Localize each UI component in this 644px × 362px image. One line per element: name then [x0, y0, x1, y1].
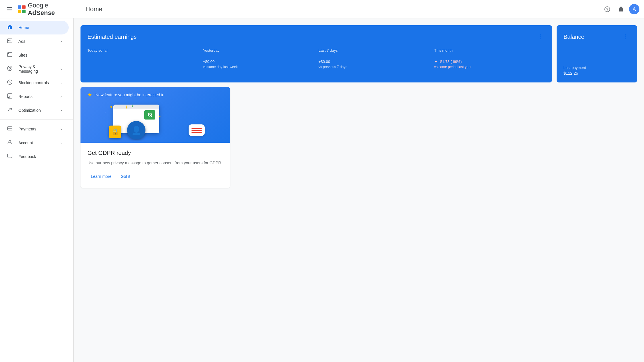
earnings-col-month-header: This month	[434, 48, 545, 53]
earnings-more-button[interactable]: ⋮	[536, 32, 545, 41]
sidebar-item-sites[interactable]: Sites	[0, 48, 69, 62]
earnings-col-7days-change: vs previous 7 days	[319, 65, 430, 69]
svg-rect-11	[10, 40, 11, 41]
earnings-card-title: Estimated earnings	[87, 34, 137, 40]
earnings-card-header: Estimated earnings ⋮	[87, 32, 545, 41]
header-left: Google AdSense Home	[5, 2, 102, 17]
svg-rect-24	[11, 95, 11, 98]
bell-icon	[618, 6, 624, 12]
sidebar-label-feedback: Feedback	[18, 154, 36, 159]
home-icon	[7, 24, 13, 31]
svg-rect-0	[7, 7, 12, 8]
ads-expand-icon: ›	[60, 39, 62, 44]
account-icon	[7, 139, 13, 147]
earnings-card: Estimated earnings ⋮ Today so far Yester…	[80, 25, 552, 82]
sidebar-item-privacy-messaging[interactable]: Privacy & messaging ›	[0, 62, 69, 76]
sidebar-item-account[interactable]: Account ›	[0, 136, 69, 150]
earnings-col-yesterday: Yesterday +$0.00 vs same day last week	[203, 48, 314, 69]
google-logo-icon	[18, 5, 26, 14]
balance-last-payment-label: Last payment	[564, 66, 630, 70]
app-body: Home Ads › Sites Privacy & messaging ›	[0, 18, 644, 362]
feature-banner: ★ New feature you might be interested in…	[80, 87, 230, 143]
sidebar-item-reports[interactable]: Reports ›	[0, 90, 69, 103]
earnings-col-yesterday-change: vs same day last week	[203, 65, 314, 69]
sidebar-label-reports: Reports	[18, 94, 32, 99]
account-expand-icon: ›	[60, 140, 62, 145]
svg-rect-26	[7, 128, 12, 129]
sidebar-item-optimization[interactable]: Optimization ›	[0, 103, 69, 117]
earnings-col-today-header: Today so far	[87, 48, 198, 53]
sidebar-item-home[interactable]: Home	[0, 21, 69, 34]
got-it-button[interactable]: Got it	[117, 172, 134, 181]
reports-icon	[7, 93, 13, 100]
balance-more-button[interactable]: ⋮	[621, 32, 630, 41]
reports-expand-icon: ›	[60, 94, 62, 99]
sidebar-label-account: Account	[18, 140, 33, 145]
sidebar-item-ads[interactable]: Ads ›	[0, 34, 69, 48]
sidebar-item-blocking-controls[interactable]: Blocking controls ›	[0, 76, 69, 90]
earnings-col-yesterday-header: Yesterday	[203, 48, 314, 53]
svg-rect-13	[7, 53, 12, 57]
blocking-icon	[7, 79, 13, 86]
feedback-icon	[7, 153, 13, 160]
svg-line-20	[8, 80, 12, 84]
illus-image-placeholder: 🖼	[144, 110, 155, 120]
earnings-col-7days-value: +$0.00	[319, 59, 430, 64]
balance-card: Balance ⋮ Last payment $112.26	[557, 25, 637, 82]
help-icon: ?	[604, 6, 610, 12]
svg-rect-5	[18, 9, 21, 13]
sidebar-item-feedback[interactable]: Feedback	[0, 150, 69, 163]
logo-text: Google AdSense	[28, 2, 69, 17]
illus-chat-line-1	[191, 128, 202, 129]
illus-browser-bar	[113, 105, 159, 109]
sidebar-label-ads: Ads	[18, 39, 25, 44]
privacy-expand-icon: ›	[60, 67, 62, 71]
sidebar-label-payments: Payments	[18, 127, 36, 131]
svg-rect-12	[10, 41, 11, 41]
header-actions: ? A	[601, 3, 639, 15]
svg-rect-14	[7, 54, 12, 54]
logo: Google AdSense	[18, 2, 69, 17]
confetti-4	[105, 112, 106, 113]
balance-card-header: Balance ⋮	[564, 32, 630, 41]
feature-banner-label: New feature you might be interested in	[95, 93, 164, 97]
svg-rect-3	[18, 5, 21, 9]
svg-point-17	[7, 66, 12, 71]
app-header: Google AdSense Home ? A	[0, 0, 644, 18]
notifications-button[interactable]	[615, 3, 627, 15]
optimization-expand-icon: ›	[60, 108, 62, 113]
help-button[interactable]: ?	[601, 3, 613, 15]
page-title: Home	[85, 5, 102, 13]
privacy-icon	[7, 66, 13, 73]
main-content: Estimated earnings ⋮ Today so far Yester…	[74, 18, 644, 362]
illus-chat-line-2	[191, 130, 202, 131]
earnings-col-month-change: vs same period last year	[434, 65, 545, 69]
learn-more-button[interactable]: Learn more	[87, 172, 115, 181]
sidebar-label-privacy: Privacy & messaging	[18, 64, 55, 74]
svg-rect-1	[7, 9, 12, 9]
svg-rect-9	[7, 39, 12, 43]
feature-card: ★ New feature you might be interested in…	[80, 87, 230, 188]
svg-rect-6	[22, 9, 26, 13]
sidebar: Home Ads › Sites Privacy & messaging ›	[0, 18, 74, 362]
earnings-col-today: Today so far	[87, 48, 198, 69]
earnings-col-month: This month ▼ -$1.73 (-99%) vs same perio…	[434, 48, 545, 69]
menu-button[interactable]	[5, 3, 14, 15]
feature-title: Get GDPR ready	[87, 150, 223, 156]
confetti-1	[110, 106, 112, 108]
blocking-expand-icon: ›	[60, 80, 62, 85]
illus-chat	[189, 124, 205, 136]
svg-rect-2	[7, 11, 12, 11]
feature-illustration: 🖼 🔒 👤	[87, 100, 223, 140]
sidebar-item-payments[interactable]: Payments ›	[0, 122, 69, 136]
header-divider	[77, 5, 77, 14]
balance-last-payment-value: $112.26	[564, 71, 630, 76]
svg-text:?: ?	[606, 7, 608, 11]
star-icon: ★	[87, 92, 92, 98]
earnings-columns: Today so far Yesterday +$0.00 vs same da…	[87, 48, 545, 69]
account-avatar[interactable]: A	[629, 4, 639, 14]
optimization-icon	[7, 107, 13, 114]
earnings-col-7days-header: Last 7 days	[319, 48, 430, 53]
svg-rect-22	[8, 97, 9, 98]
sidebar-label-sites: Sites	[18, 53, 27, 57]
